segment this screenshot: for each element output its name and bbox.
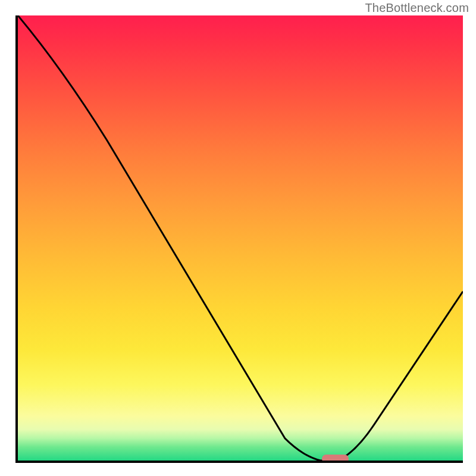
bottleneck-curve-path	[18, 15, 463, 461]
chart-plot-area	[15, 15, 463, 463]
watermark-text: TheBottleneck.com	[365, 1, 469, 15]
chart-line-svg	[18, 15, 463, 461]
optimal-range-marker	[322, 455, 349, 463]
